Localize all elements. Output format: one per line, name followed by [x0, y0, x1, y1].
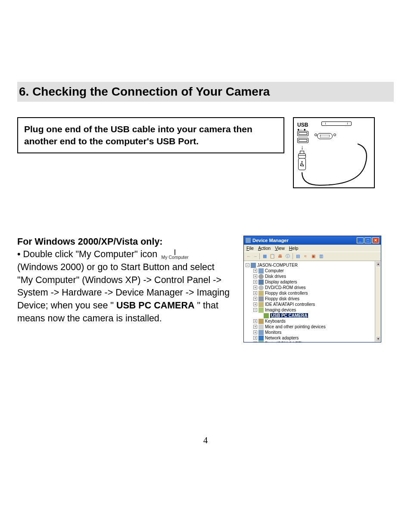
collapse-icon[interactable]: − — [246, 263, 249, 267]
device-label: Keyboards — [265, 319, 286, 324]
expand-icon[interactable]: + — [253, 302, 257, 306]
tree-item[interactable]: +Computer — [245, 268, 374, 274]
expand-icon[interactable]: + — [253, 336, 257, 340]
minimize-button[interactable]: _ — [357, 237, 364, 243]
tree-item[interactable]: +Monitors — [245, 330, 374, 335]
device-icon — [258, 336, 264, 341]
expand-icon[interactable]: + — [253, 269, 257, 273]
svg-rect-1 — [300, 165, 301, 166]
device-manager-titlebar: Device Manager _ □ ✕ — [244, 236, 381, 245]
page-number: 4 — [0, 435, 411, 446]
toolbar-icon-6[interactable]: ≈ — [302, 253, 308, 259]
expand-icon[interactable]: + — [253, 297, 257, 301]
device-label: Floppy disk drives — [265, 296, 299, 301]
usb-plug-icon — [298, 151, 306, 170]
tree-item-usb-camera[interactable]: USB PC CAMERA — [245, 313, 374, 318]
expand-icon[interactable]: + — [253, 274, 257, 278]
expand-icon[interactable]: + — [253, 291, 257, 295]
tree-item[interactable]: +DVD/CD-ROM drives — [245, 285, 374, 290]
port-parallel — [321, 121, 352, 126]
tree-item[interactable]: +Mice and other pointing devices — [245, 324, 374, 330]
imaging-icon — [258, 308, 264, 313]
device-label: Monitors — [265, 330, 281, 335]
scrollbar[interactable]: ▴ ▾ — [375, 261, 381, 342]
screw-right — [333, 134, 336, 136]
menu-file[interactable]: File — [246, 246, 254, 251]
tree-item[interactable]: +Keyboards — [245, 319, 374, 324]
toolbar-icon-1[interactable]: ▦ — [262, 253, 268, 259]
toolbar: ← → ▦ 📋 🖶 ⓘ ▤ ≈ ▣ ▥ — [244, 252, 381, 261]
device-icon — [258, 319, 264, 324]
device-icon — [258, 285, 264, 290]
nav-back-icon[interactable]: ← — [246, 254, 251, 259]
nav-forward-icon[interactable]: → — [253, 254, 258, 259]
window-title: Device Manager — [252, 238, 289, 243]
subheading: For Windows 2000/XP/Vista only: — [17, 236, 163, 247]
tree-item[interactable]: +Floppy disk drives — [245, 296, 374, 302]
tree-item[interactable]: +Ports (COM & LPT) — [245, 341, 374, 342]
menu-bar: File Action View Help — [244, 245, 381, 252]
expand-icon[interactable]: + — [253, 325, 257, 329]
device-icon — [258, 330, 264, 335]
port-oval — [317, 133, 333, 139]
device-icon — [258, 296, 264, 302]
device-tree: − JASON-COMPUTER +Computer+Disk drives+D… — [244, 261, 375, 342]
toolbar-icon-7[interactable]: ▣ — [310, 253, 316, 259]
device-icon — [258, 341, 264, 342]
toolbar-icon-4[interactable]: ⓘ — [285, 253, 291, 259]
menu-action[interactable]: Action — [258, 246, 271, 251]
scroll-down-button[interactable]: ▾ — [376, 336, 381, 342]
toolbar-icon-8[interactable]: ▥ — [318, 253, 324, 259]
main-row: For Windows 2000/XP/Vista only: • Double… — [17, 236, 394, 342]
device-label: Computer — [265, 268, 284, 273]
device-label: Disk drives — [265, 274, 286, 279]
maximize-button[interactable]: □ — [364, 237, 371, 243]
expand-icon[interactable]: + — [253, 319, 257, 323]
device-label: Network adapters — [265, 336, 299, 340]
menu-help[interactable]: Help — [289, 246, 299, 251]
screw-left — [314, 134, 317, 136]
usb-pc-camera-bold: USB PC CAMERA — [116, 300, 195, 311]
device-icon — [258, 268, 264, 274]
device-label: Mice and other pointing devices — [265, 324, 326, 329]
tree-item[interactable]: +Display adapters — [245, 280, 374, 285]
tree-root[interactable]: − JASON-COMPUTER — [245, 263, 374, 268]
tree-item-imaging[interactable]: − Imaging devices — [245, 308, 374, 313]
camera-icon — [264, 313, 269, 318]
window-icon — [246, 238, 251, 243]
arrow-icon: ↓ — [301, 144, 304, 151]
tree-item[interactable]: +Network adapters — [245, 336, 374, 341]
svg-point-2 — [303, 165, 304, 166]
port-small-2 — [297, 138, 308, 143]
toolbar-icon-3[interactable]: 🖶 — [277, 253, 283, 259]
expand-icon[interactable]: + — [253, 280, 257, 284]
tree-item[interactable]: +Disk drives — [245, 274, 374, 279]
tree-item[interactable]: +IDE ATA/ATAPI controllers — [245, 302, 374, 307]
usb-diagram: USB ●←● ↓ — [293, 117, 375, 188]
camera-label: USB PC CAMERA — [270, 313, 308, 318]
root-label: JASON-COMPUTER — [257, 263, 298, 268]
svg-point-0 — [302, 161, 302, 162]
my-computer-icon: My Computer — [160, 250, 190, 260]
expand-icon[interactable]: + — [253, 286, 257, 289]
close-button[interactable]: ✕ — [372, 237, 379, 243]
device-icon — [258, 324, 264, 330]
device-label: DVD/CD-ROM drives — [265, 285, 305, 290]
expand-icon[interactable]: + — [253, 342, 257, 342]
tree-item[interactable]: +Floppy disk controllers — [245, 291, 374, 296]
usb-label: USB — [297, 122, 308, 128]
device-icon — [258, 280, 264, 285]
expand-icon[interactable]: + — [253, 330, 257, 334]
menu-view[interactable]: View — [275, 246, 285, 251]
device-label: Ports (COM & LPT) — [265, 341, 302, 342]
toolbar-icon-5[interactable]: ▤ — [295, 253, 301, 259]
collapse-icon[interactable]: − — [253, 308, 257, 312]
device-label: Display adapters — [265, 280, 297, 284]
text-line-1: • Double click "My Computer" icon — [17, 249, 157, 259]
section-heading: 6. Checking the Connection of Your Camer… — [17, 82, 394, 102]
scroll-up-button[interactable]: ▴ — [376, 261, 381, 267]
port-small-1 — [297, 131, 308, 136]
toolbar-icon-2[interactable]: 📋 — [269, 253, 275, 259]
imaging-label: Imaging devices — [265, 308, 296, 312]
device-manager-window: Device Manager _ □ ✕ File Action View He… — [243, 236, 381, 342]
